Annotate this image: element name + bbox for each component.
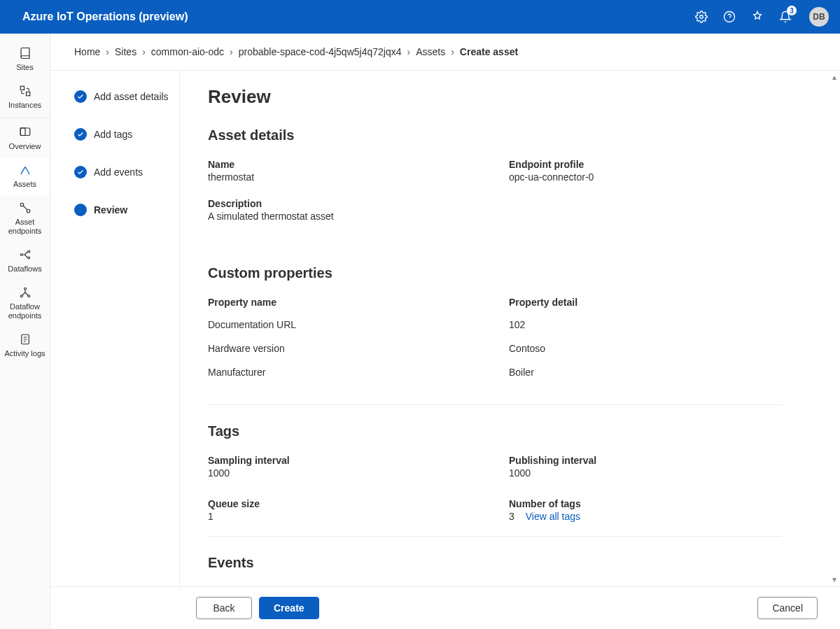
notifications-icon[interactable]: 3 xyxy=(778,10,792,24)
review-pane[interactable]: ▲ Review Asset details Name thermostat xyxy=(180,71,840,586)
property-detail: Boiler xyxy=(509,367,782,378)
col-property-detail: Property detail xyxy=(509,297,782,308)
asset-endpoints-icon xyxy=(18,201,32,215)
crumb-home[interactable]: Home xyxy=(74,46,100,57)
rail-label: Activity logs xyxy=(4,349,45,358)
publishing-label: Publishing interval xyxy=(509,455,782,466)
queue-value: 1 xyxy=(208,511,481,522)
property-detail: 102 xyxy=(509,319,782,330)
crumb-assets[interactable]: Assets xyxy=(416,46,445,57)
page-title: Review xyxy=(208,86,782,108)
svg-point-10 xyxy=(27,250,29,253)
svg-point-11 xyxy=(27,257,29,259)
rail-dataflows[interactable]: Dataflows xyxy=(0,242,50,280)
chevron-right-icon: › xyxy=(106,46,109,57)
assets-icon xyxy=(18,163,32,177)
chevron-right-icon: › xyxy=(407,46,410,57)
step-label: Add tags xyxy=(94,129,132,140)
rail-dataflow-endpoints[interactable]: Dataflow endpoints xyxy=(0,280,50,327)
step-review[interactable]: Review xyxy=(74,204,171,216)
svg-point-7 xyxy=(20,203,24,206)
settings-icon[interactable] xyxy=(694,10,708,24)
avatar[interactable]: DB xyxy=(809,7,829,27)
breadcrumb: Home › Sites › common-aio-odc › probable… xyxy=(50,34,840,71)
section-custom-properties: Custom properties Property name Property… xyxy=(208,265,782,405)
sampling-label: Sampling interval xyxy=(208,455,481,466)
app-title: Azure IoT Operations (preview) xyxy=(22,10,694,23)
publishing-value: 1000 xyxy=(509,467,782,479)
create-button[interactable]: Create xyxy=(259,597,319,619)
property-row: Documentation URL 102 xyxy=(208,319,782,330)
whats-new-icon[interactable] xyxy=(750,10,764,24)
chevron-right-icon: › xyxy=(142,46,146,57)
section-heading: Events xyxy=(208,555,782,571)
description-value: A simulated thermostat asset xyxy=(208,211,782,222)
property-name: Manufacturer xyxy=(208,367,481,378)
step-events[interactable]: Add events xyxy=(74,166,171,178)
crumb-instance[interactable]: probable-space-cod-4j5qw5j4q72jqx4 xyxy=(239,46,402,57)
property-name: Documentation URL xyxy=(208,319,481,330)
tag-count-label: Number of tags xyxy=(509,498,782,509)
step-tags[interactable]: Add tags xyxy=(74,128,171,141)
svg-point-0 xyxy=(700,15,704,19)
instances-icon xyxy=(18,84,32,98)
step-asset-details[interactable]: Add asset details xyxy=(74,90,171,103)
step-label: Review xyxy=(94,204,127,215)
step-label: Add asset details xyxy=(94,91,169,102)
check-icon xyxy=(74,90,87,103)
view-all-tags-link[interactable]: View all tags xyxy=(526,511,580,522)
rail-sites[interactable]: Sites xyxy=(0,41,50,78)
nav-rail: Sites Instances Overview Assets Asset en… xyxy=(0,34,50,629)
rail-overview[interactable]: Overview xyxy=(0,120,50,157)
sites-icon xyxy=(18,46,32,60)
rail-asset-endpoints[interactable]: Asset endpoints xyxy=(0,195,50,242)
top-banner: Azure IoT Operations (preview) 3 DB xyxy=(0,0,840,34)
col-property-name: Property name xyxy=(208,297,481,308)
crumb-sites[interactable]: Sites xyxy=(115,46,136,57)
check-icon xyxy=(74,166,87,178)
rail-assets[interactable]: Assets xyxy=(0,157,50,195)
step-label: Add events xyxy=(94,167,143,178)
check-icon xyxy=(74,128,87,141)
svg-point-9 xyxy=(20,254,22,256)
rail-activity-logs[interactable]: Activity logs xyxy=(0,327,50,365)
name-label: Name xyxy=(208,159,481,170)
chevron-right-icon: › xyxy=(451,46,454,57)
section-asset-details: Asset details Name thermostat xyxy=(208,127,782,244)
property-name: Hardware version xyxy=(208,343,481,354)
svg-point-12 xyxy=(24,288,26,290)
rail-label: Dataflows xyxy=(8,264,41,274)
crumb-current: Create asset xyxy=(460,46,518,57)
scroll-down-icon[interactable]: ▼ xyxy=(831,576,838,584)
svg-rect-3 xyxy=(20,86,24,90)
overview-icon xyxy=(18,125,32,139)
property-row: Hardware version Contoso xyxy=(208,343,782,354)
crumb-site[interactable]: common-aio-odc xyxy=(151,46,224,57)
scroll-up-icon[interactable]: ▲ xyxy=(831,73,838,81)
svg-point-1 xyxy=(724,12,735,22)
section-heading: Custom properties xyxy=(208,265,782,281)
rail-label: Sites xyxy=(16,63,33,72)
section-heading: Tags xyxy=(208,423,782,439)
property-detail: Contoso xyxy=(509,343,782,354)
rail-instances[interactable]: Instances xyxy=(0,78,50,116)
svg-point-8 xyxy=(27,209,30,213)
name-value: thermostat xyxy=(208,171,481,183)
rail-label: Overview xyxy=(9,142,41,151)
queue-label: Queue size xyxy=(208,498,481,509)
tag-count-value: 3 xyxy=(509,511,514,522)
section-heading: Asset details xyxy=(208,127,782,143)
sampling-value: 1000 xyxy=(208,467,481,479)
cancel-button[interactable]: Cancel xyxy=(757,597,818,619)
svg-rect-4 xyxy=(26,92,29,96)
endpoint-label: Endpoint profile xyxy=(509,159,782,170)
description-label: Description xyxy=(208,198,782,209)
rail-label: Asset endpoints xyxy=(3,218,47,236)
rail-label: Instances xyxy=(8,101,41,110)
dataflows-icon xyxy=(18,248,32,262)
dataflow-endpoints-icon xyxy=(18,285,32,299)
back-button[interactable]: Back xyxy=(196,597,252,619)
help-icon[interactable] xyxy=(722,10,736,24)
section-tags: Tags Sampling interval 1000 xyxy=(208,423,782,537)
property-row: Manufacturer Boiler xyxy=(208,367,782,378)
